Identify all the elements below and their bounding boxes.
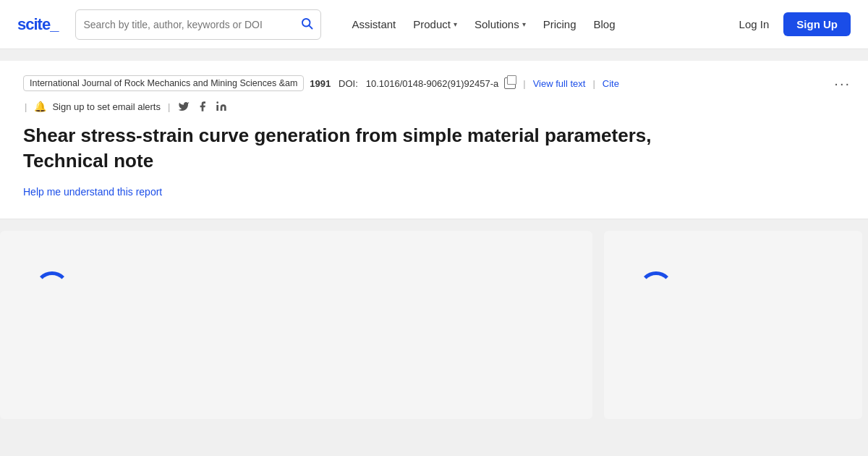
- loading-card-1: [0, 231, 592, 419]
- search-bar: [75, 9, 321, 40]
- loading-spinner-2: [639, 271, 673, 306]
- nav-assistant[interactable]: Assistant: [344, 14, 403, 35]
- copy-doi-icon[interactable]: [504, 77, 516, 89]
- facebook-icon[interactable]: [196, 100, 209, 113]
- nav-blog[interactable]: Blog: [587, 14, 623, 35]
- article-meta-row: International Journal of Rock Mechanics …: [23, 75, 845, 91]
- svg-line-1: [310, 25, 312, 28]
- article-title: Shear stress-strain curve generation fro…: [23, 123, 674, 174]
- twitter-icon[interactable]: [177, 100, 190, 113]
- content-wrapper: ··· International Journal of Rock Mechan…: [0, 49, 868, 456]
- navbar: scite_ Assistant Product ▾ Solutions ▾ P…: [0, 0, 868, 49]
- signup-button[interactable]: Sign Up: [783, 12, 851, 36]
- search-icon: [300, 17, 313, 33]
- logo[interactable]: scite_: [17, 15, 58, 34]
- nav-product[interactable]: Product ▾: [406, 14, 464, 35]
- help-understand-link[interactable]: Help me understand this report: [23, 186, 162, 198]
- doi-label: DOI:: [339, 78, 358, 89]
- loading-spinner-1: [35, 271, 69, 306]
- login-button[interactable]: Log In: [731, 14, 778, 35]
- view-full-text-link[interactable]: View full text: [533, 78, 586, 89]
- year-doi: 1991 DOI: 10.1016/0148-9062(91)92457-a: [310, 78, 498, 89]
- nav-pricing[interactable]: Pricing: [536, 14, 584, 35]
- article-card: ··· International Journal of Rock Mechan…: [0, 61, 868, 219]
- loading-card-2: [604, 231, 862, 419]
- nav-solutions[interactable]: Solutions ▾: [467, 14, 533, 35]
- loading-section: [0, 219, 868, 419]
- nav-links: Assistant Product ▾ Solutions ▾ Pricing …: [344, 14, 724, 35]
- actions-row: | 🔔 Sign up to set email alerts |: [23, 100, 845, 113]
- cite-link[interactable]: Cite: [603, 78, 619, 89]
- more-options-button[interactable]: ···: [834, 75, 851, 92]
- linkedin-icon[interactable]: [215, 100, 228, 113]
- email-alert-label[interactable]: Sign up to set email alerts: [52, 101, 161, 112]
- doi-value: 10.1016/0148-9062(91)92457-a: [366, 78, 499, 89]
- chevron-down-icon: ▾: [522, 20, 526, 28]
- journal-badge: International Journal of Rock Mechanics …: [23, 75, 304, 91]
- svg-point-2: [217, 101, 219, 104]
- chevron-down-icon: ▾: [454, 20, 457, 28]
- bell-icon: 🔔: [34, 101, 46, 112]
- publication-year: 1991: [310, 78, 331, 89]
- search-input[interactable]: [83, 19, 294, 30]
